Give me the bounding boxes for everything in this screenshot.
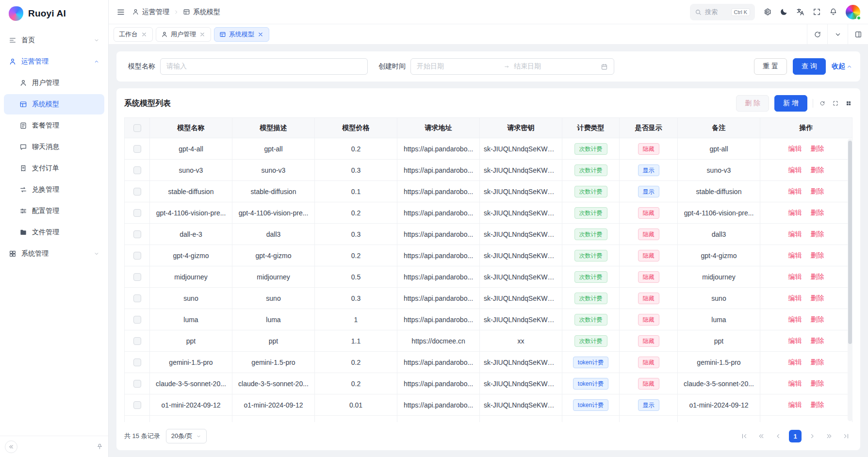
edit-link[interactable]: 编辑 <box>788 145 802 152</box>
row-checkbox[interactable] <box>133 337 141 345</box>
sidebar-subitem[interactable]: 套餐管理 <box>4 115 104 136</box>
query-button[interactable]: 查 询 <box>793 58 826 75</box>
delete-link[interactable]: 删除 <box>811 145 824 152</box>
last-page-button[interactable] <box>840 430 852 442</box>
settings-icon[interactable] <box>763 8 771 16</box>
prev-group-button[interactable] <box>755 430 768 442</box>
sidebar-collapse-button[interactable] <box>5 441 17 453</box>
delete-link[interactable]: 删除 <box>811 230 824 238</box>
delete-link[interactable]: 删除 <box>811 358 824 366</box>
first-page-button[interactable] <box>738 430 751 442</box>
column-settings-icon[interactable] <box>845 99 852 107</box>
row-checkbox[interactable] <box>133 294 141 302</box>
sidebar-subitem[interactable]: 支付订单 <box>4 158 104 179</box>
tab-item[interactable]: 系统模型 <box>214 27 269 42</box>
sidebar-subitem[interactable]: 聊天消息 <box>4 137 104 157</box>
table-fullscreen-icon[interactable] <box>832 99 839 107</box>
cell-request-key: xx <box>480 330 562 352</box>
row-checkbox[interactable] <box>133 209 141 217</box>
prev-page-button[interactable] <box>772 430 785 442</box>
tab-item[interactable]: 用户管理 <box>156 27 211 42</box>
edit-link[interactable]: 编辑 <box>788 379 802 387</box>
notifications-icon[interactable] <box>829 8 837 16</box>
row-checkbox[interactable] <box>133 252 141 260</box>
close-icon[interactable] <box>257 31 264 38</box>
delete-link[interactable]: 删除 <box>811 401 824 408</box>
edit-link[interactable]: 编辑 <box>788 230 802 238</box>
breadcrumb-item[interactable]: 运营管理 <box>132 8 169 16</box>
delete-link[interactable]: 删除 <box>811 379 824 387</box>
breadcrumb-item[interactable]: 系统模型 <box>183 8 220 16</box>
tabs-menu-button[interactable] <box>827 24 848 44</box>
pin-icon[interactable] <box>96 443 103 450</box>
sidebar-subitem[interactable]: 文件管理 <box>4 222 104 243</box>
sidebar-subitem[interactable]: 兑换管理 <box>4 180 104 200</box>
close-icon[interactable] <box>141 31 147 38</box>
user-avatar[interactable] <box>846 5 860 19</box>
app-logo[interactable]: Ruoyi AI <box>0 0 108 27</box>
cell-billing-type: token计费 <box>562 394 620 416</box>
sidebar-subitem[interactable]: 系统模型 <box>4 94 104 114</box>
tab-item[interactable]: 工作台 <box>114 27 153 42</box>
table-scrollbar[interactable] <box>848 139 852 421</box>
row-checkbox[interactable] <box>133 316 141 324</box>
page-size-select[interactable]: 20条/页 <box>166 429 207 443</box>
edit-link[interactable]: 编辑 <box>788 209 802 216</box>
edit-link[interactable]: 编辑 <box>788 358 802 366</box>
chevdown-icon <box>94 37 99 43</box>
delete-link[interactable]: 删除 <box>811 187 824 195</box>
delete-link[interactable]: 删除 <box>811 209 824 216</box>
delete-link[interactable]: 删除 <box>811 251 824 259</box>
delete-link[interactable]: 删除 <box>811 273 824 280</box>
sidebar-item[interactable]: 运营管理 <box>4 51 104 72</box>
row-checkbox[interactable] <box>133 166 141 174</box>
hamburger-icon[interactable] <box>116 8 125 16</box>
delete-link[interactable]: 删除 <box>811 337 824 344</box>
edit-link[interactable]: 编辑 <box>788 294 802 302</box>
dark-mode-icon[interactable] <box>780 8 788 16</box>
delete-link[interactable]: 删除 <box>811 166 824 174</box>
edit-link[interactable]: 编辑 <box>788 337 802 344</box>
language-icon[interactable] <box>796 8 804 16</box>
reset-button[interactable]: 重 置 <box>754 58 787 75</box>
collapse-filter-link[interactable]: 收起 <box>832 62 852 71</box>
sidebar-subitem[interactable]: 用户管理 <box>4 73 104 93</box>
cell-model-price: 0.2 <box>315 245 397 266</box>
cell-visibility: 隐藏 <box>620 138 678 160</box>
delete-link[interactable]: 删除 <box>811 315 824 323</box>
row-checkbox[interactable] <box>133 230 141 238</box>
edit-link[interactable]: 编辑 <box>788 401 802 408</box>
row-checkbox[interactable] <box>133 380 141 388</box>
close-icon[interactable] <box>199 31 206 38</box>
global-search[interactable]: 搜索 Ctrl K <box>690 4 755 20</box>
row-checkbox[interactable] <box>133 359 141 366</box>
row-checkbox[interactable] <box>133 145 141 153</box>
scrollbar-thumb[interactable] <box>848 141 852 344</box>
edit-link[interactable]: 编辑 <box>788 251 802 259</box>
add-button[interactable]: 新 增 <box>774 95 807 112</box>
model-name-input[interactable]: 请输入 <box>160 58 368 75</box>
model-list-panel: 系统模型列表 删 除 新 增 模型名称模型描述模型价格请求地址请求密钥计费类型是… <box>116 88 860 450</box>
batch-delete-button[interactable]: 删 除 <box>736 95 769 112</box>
next-page-button[interactable] <box>806 430 819 442</box>
tabs-refresh-button[interactable] <box>807 24 827 44</box>
sidebar-subitem[interactable]: 配置管理 <box>4 201 104 221</box>
select-all-checkbox[interactable] <box>133 124 141 132</box>
edit-link[interactable]: 编辑 <box>788 166 802 174</box>
create-time-range-picker[interactable]: 开始日期 结束日期 <box>410 58 614 75</box>
sidebar-item[interactable]: 首页 <box>4 30 104 50</box>
sidebar-item[interactable]: 系统管理 <box>4 244 104 264</box>
content-maximize-button[interactable] <box>848 24 868 44</box>
billing-badge: 次数计费 <box>574 186 607 197</box>
edit-link[interactable]: 编辑 <box>788 187 802 195</box>
edit-link[interactable]: 编辑 <box>788 273 802 280</box>
delete-link[interactable]: 删除 <box>811 294 824 302</box>
row-checkbox[interactable] <box>133 273 141 281</box>
edit-link[interactable]: 编辑 <box>788 315 802 323</box>
table-refresh-icon[interactable] <box>819 99 826 107</box>
page-button-current[interactable]: 1 <box>789 430 802 442</box>
row-checkbox[interactable] <box>133 401 141 409</box>
next-group-button[interactable] <box>823 430 835 442</box>
row-checkbox[interactable] <box>133 188 141 196</box>
fullscreen-icon[interactable] <box>813 8 821 16</box>
